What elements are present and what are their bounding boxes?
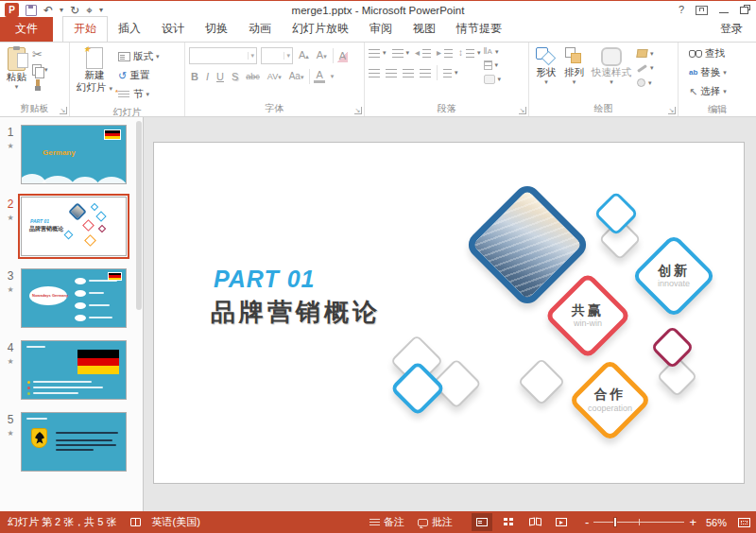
zoom-percentage[interactable]: 56% (706, 517, 727, 528)
font-dialog-launcher[interactable]: ↘ (354, 107, 362, 114)
numbering-button[interactable]: ▾ (392, 49, 410, 58)
drawing-dialog-launcher[interactable]: ↘ (668, 107, 676, 114)
shape-fill-button[interactable]: ▾ (637, 49, 654, 58)
tab-slideshow[interactable]: 幻灯片放映 (282, 17, 359, 42)
slide-thumbnail-1[interactable]: Germany (21, 125, 127, 184)
zoom-slider-track[interactable] (593, 522, 684, 523)
slideshow-view-button[interactable] (551, 513, 572, 531)
quick-styles-button[interactable]: 快速样式 ▾ (588, 43, 635, 87)
increase-indent-button[interactable]: ▸ (437, 48, 453, 58)
notes-button[interactable]: 备注 (369, 515, 404, 529)
thumbnail-scrollbar[interactable] (136, 121, 142, 310)
start-slideshow-icon[interactable]: ⌖ (86, 5, 93, 16)
paste-button[interactable]: 粘贴 ▾ (3, 43, 30, 92)
ribbon-display-options-icon[interactable] (696, 6, 708, 15)
cut-button[interactable]: ✂ (32, 48, 48, 60)
redo-icon[interactable]: ↻ (70, 5, 79, 16)
line-spacing-button[interactable]: ↕▾ (458, 48, 481, 58)
shrink-font-button[interactable]: A▾ (315, 48, 329, 63)
help-icon[interactable]: ? (679, 5, 684, 15)
tab-view[interactable]: 视图 (403, 17, 446, 42)
character-spacing-button[interactable]: AV▾ (266, 70, 284, 84)
minimize-icon[interactable] (719, 12, 729, 13)
normal-view-button[interactable] (472, 513, 492, 531)
tab-home[interactable]: 开始 (62, 16, 108, 42)
paragraph-dialog-launcher[interactable]: ↘ (519, 107, 526, 114)
drawing-group-label: 绘图 (532, 102, 675, 116)
bold-button[interactable]: B (189, 70, 200, 83)
fit-to-window-button[interactable] (738, 518, 750, 527)
replace-button[interactable]: ab替换▾ (689, 66, 727, 79)
change-case-button[interactable]: Aa▾ (287, 70, 306, 84)
comments-button[interactable]: 批注 (418, 515, 453, 529)
convert-smartart-button[interactable]: ▾ (484, 75, 502, 84)
format-painter-button[interactable] (32, 79, 48, 91)
slide-counter[interactable]: 幻灯片 第 2 张，共 5 张 (8, 515, 117, 529)
strikethrough-button[interactable]: abc (244, 70, 262, 83)
grow-font-button[interactable]: A▴ (297, 48, 311, 63)
slide-number: 1 (8, 126, 14, 139)
font-color-button[interactable]: A (314, 70, 324, 83)
clipboard-dialog-launcher[interactable]: ↘ (60, 107, 67, 114)
text-shadow-button[interactable]: S (230, 70, 240, 83)
slide-thumbnail-2-selected[interactable]: PART 01 品牌营销概论 (21, 197, 127, 256)
zoom-out-button[interactable]: - (585, 516, 589, 528)
customize-qat-icon[interactable]: ▾ (99, 6, 103, 14)
new-slide-button[interactable]: ★ 新建 幻灯片 ▾ (73, 43, 116, 94)
decrease-indent-icon (422, 49, 431, 58)
text-direction-button[interactable]: ⅡA▾ (484, 48, 502, 56)
restore-icon[interactable] (740, 7, 748, 14)
find-button[interactable]: 查找 (689, 47, 727, 60)
shapes-icon (536, 47, 557, 66)
tab-storyboard[interactable]: 情节提要 (446, 17, 512, 42)
font-color-dropdown[interactable]: ▾ (329, 70, 336, 83)
tab-review[interactable]: 审阅 (359, 17, 403, 42)
bullets-button[interactable]: ▾ (369, 49, 387, 58)
thumbnail-row-1: 1 ★ Germany (0, 125, 143, 184)
clear-formatting-button[interactable]: A (337, 49, 348, 62)
align-text-button[interactable]: ▾ (484, 60, 502, 70)
reset-button[interactable]: ↺重置 (118, 69, 160, 82)
layout-button[interactable]: 版式▾ (118, 50, 160, 63)
reading-view-button[interactable] (524, 513, 545, 531)
slide-sorter-view-button[interactable] (498, 513, 519, 531)
slide-thumbnail-3[interactable]: Nowadays Germany (21, 268, 127, 328)
bullet-dot (27, 387, 30, 389)
shape-outline-icon (637, 64, 647, 73)
columns-button[interactable]: ▾ (443, 69, 458, 77)
undo-icon[interactable]: ↶ (43, 5, 53, 16)
slide-thumbnail-4[interactable] (21, 340, 127, 400)
shape-effects-button[interactable]: ▾ (637, 78, 654, 87)
select-button[interactable]: ↖选择▾ (689, 85, 727, 98)
animation-star-icon: ★ (7, 285, 13, 294)
undo-dropdown-icon[interactable]: ▾ (60, 6, 63, 14)
zoom-in-button[interactable]: + (689, 516, 696, 528)
zoom-slider-thumb[interactable] (613, 517, 617, 527)
tab-design[interactable]: 设计 (151, 17, 195, 42)
tab-file[interactable]: 文件 (0, 17, 53, 42)
language-indicator[interactable]: 英语(美国) (152, 515, 200, 529)
decrease-indent-button[interactable]: ◂ (415, 48, 431, 58)
powerpoint-logo-icon[interactable]: P (5, 3, 19, 17)
slide-thumbnail-5[interactable] (21, 412, 127, 472)
italic-button[interactable]: I (204, 70, 211, 83)
copy-button[interactable]: ▾ (32, 64, 48, 76)
align-center-button[interactable] (386, 69, 397, 77)
tab-animations[interactable]: 动画 (238, 17, 282, 42)
underline-button[interactable]: U (215, 70, 226, 83)
align-right-button[interactable] (403, 69, 414, 77)
justify-button[interactable] (420, 69, 431, 77)
tab-transitions[interactable]: 切换 (195, 17, 238, 42)
shape-outline-button[interactable]: ▾ (637, 64, 654, 72)
current-slide[interactable]: PART 01 品牌营销概论 创新innovate (153, 142, 745, 484)
tab-insert[interactable]: 插入 (108, 17, 151, 42)
section-button[interactable]: *节▾ (118, 88, 160, 101)
arrange-button[interactable]: 排列 ▾ (560, 43, 588, 87)
font-size-combo[interactable]: ▾ (261, 47, 293, 64)
sign-in-button[interactable]: 登录 (707, 17, 756, 42)
save-icon[interactable] (26, 5, 37, 16)
spell-check-button[interactable] (130, 518, 141, 526)
font-name-combo[interactable]: ▾ (189, 47, 257, 64)
align-left-button[interactable] (369, 69, 380, 77)
shapes-button[interactable]: 形状 ▾ (532, 43, 560, 87)
